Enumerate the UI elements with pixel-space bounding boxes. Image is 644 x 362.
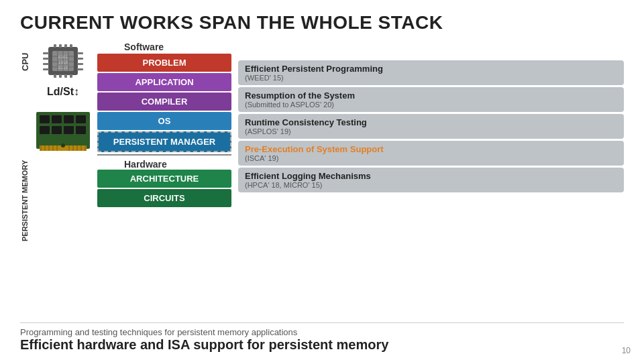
svg-rect-29 — [40, 115, 50, 123]
svg-rect-35 — [64, 126, 74, 134]
svg-rect-9 — [59, 44, 62, 48]
svg-rect-16 — [43, 52, 49, 54]
bottom-small-text: Programming and testing techniques for p… — [20, 327, 624, 337]
hardware-label: Hardware — [124, 159, 167, 170]
cpu-label: CPU — [20, 42, 30, 82]
svg-rect-36 — [76, 126, 86, 134]
page-number: 10 — [622, 346, 631, 355]
svg-rect-23 — [77, 68, 83, 70]
persistent-memory-label: PERSISTENT MEMORY — [20, 84, 30, 317]
stack-blocks-hardware: ARCHITECTURE CIRCUITS — [97, 170, 231, 207]
svg-rect-31 — [64, 115, 74, 123]
svg-rect-30 — [52, 115, 62, 123]
ld-st-label: Ld/St↕ — [47, 86, 79, 98]
slide: CURRENT WORKS SPAN THE WHOLE STACK CPU P… — [0, 0, 644, 362]
svg-rect-20 — [77, 52, 83, 54]
bottom-section: Programming and testing techniques for p… — [20, 322, 624, 353]
stack-block-circuits: CIRCUITS — [97, 189, 231, 207]
svg-rect-11 — [70, 44, 72, 48]
svg-text:1010: 1010 — [58, 60, 68, 64]
desc-persistent-title: Pre-Execution of System Support — [245, 144, 617, 154]
svg-rect-22 — [77, 63, 83, 65]
svg-rect-33 — [40, 126, 50, 134]
desc-arch: Efficient Logging Mechanisms (HPCA' 18, … — [238, 168, 624, 192]
svg-rect-18 — [43, 63, 49, 65]
slide-title: CURRENT WORKS SPAN THE WHOLE STACK — [20, 12, 624, 34]
side-labels: CPU PERSISTENT MEMORY — [20, 42, 30, 317]
desc-app-title: Efficient Persistent Programming — [245, 64, 617, 74]
stack-area: Software PROBLEM APPLICATION COMPILER OS… — [97, 42, 231, 317]
desc-app-subtitle: (WEED' 15) — [245, 74, 617, 82]
desc-compiler-subtitle: (Submitted to ASPLOS' 20) — [245, 101, 617, 109]
desc-os-title: Runtime Consistency Testing — [245, 117, 617, 127]
main-content: CPU PERSISTENT MEMORY — [20, 42, 624, 317]
stack-block-compiler: COMPILER — [97, 93, 231, 111]
cpu-chip-icon: 0101 1010 0110 — [42, 43, 85, 79]
desc-arch-title: Efficient Logging Mechanisms — [245, 171, 617, 181]
svg-rect-14 — [64, 74, 67, 78]
stack-block-problem: PROBLEM — [97, 54, 231, 72]
svg-rect-32 — [76, 115, 86, 123]
left-panel: CPU PERSISTENT MEMORY — [20, 42, 93, 317]
stack-block-persistent: PERSISTENT MANAGER — [97, 131, 231, 152]
svg-rect-17 — [43, 58, 49, 60]
stack-block-arch: ARCHITECTURE — [97, 170, 231, 188]
svg-rect-15 — [70, 74, 72, 78]
bottom-large-text: Efficient hardware and ISA support for p… — [20, 337, 624, 353]
stack-block-os: OS — [97, 112, 231, 130]
desc-compiler-title: Resumption of the System — [245, 90, 617, 101]
stack-blocks: PROBLEM APPLICATION COMPILER OS PERSISTE… — [97, 54, 231, 152]
svg-rect-8 — [54, 44, 56, 48]
divider-line — [97, 154, 231, 156]
stack-block-app: APPLICATION — [97, 73, 231, 91]
svg-text:0101: 0101 — [58, 54, 68, 59]
desc-arch-subtitle: (HPCA' 18, MICRO' 15) — [245, 181, 617, 189]
right-panel: Efficient Persistent Programming (WEED' … — [238, 42, 624, 317]
svg-point-37 — [61, 143, 65, 147]
svg-rect-21 — [77, 58, 83, 60]
svg-rect-13 — [59, 74, 62, 78]
memory-chip-icon — [33, 102, 93, 156]
svg-text:0110: 0110 — [58, 65, 68, 70]
desc-os-subtitle: (ASPLOS' 19) — [245, 127, 617, 135]
software-label: Software — [124, 42, 164, 52]
desc-persistent: Pre-Execution of System Support (ISCA' 1… — [238, 141, 624, 166]
desc-app: Efficient Persistent Programming (WEED' … — [238, 60, 624, 85]
chip-area: 0101 1010 0110 Ld/St↕ — [33, 42, 93, 317]
desc-persistent-subtitle: (ISCA' 19) — [245, 154, 617, 162]
desc-os: Runtime Consistency Testing (ASPLOS' 19) — [238, 114, 624, 139]
svg-rect-34 — [52, 126, 62, 134]
svg-rect-12 — [54, 74, 56, 78]
svg-rect-19 — [43, 68, 49, 70]
desc-compiler: Resumption of the System (Submitted to A… — [238, 87, 624, 112]
svg-rect-10 — [64, 44, 67, 48]
